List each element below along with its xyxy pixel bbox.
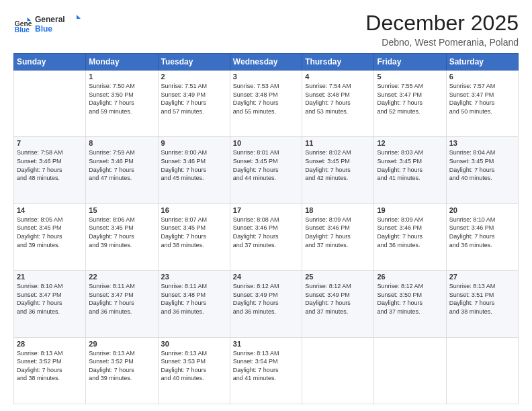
day-info: Sunrise: 8:08 AMSunset: 3:46 PMDaylight:… [233,216,299,249]
day-number: 19 [377,206,443,214]
title-block: December 2025 Debno, West Pomerania, Pol… [365,11,519,48]
svg-marker-5 [77,15,81,19]
day-number: 30 [161,340,227,348]
day-info: Sunrise: 8:04 AMSunset: 3:45 PMDaylight:… [449,148,515,182]
day-number: 24 [233,273,299,281]
day-number: 13 [449,139,515,147]
day-number: 28 [17,340,83,348]
calendar-cell: 1Sunrise: 7:50 AMSunset: 3:50 PMDaylight… [86,71,158,137]
calendar-cell: 8Sunrise: 7:59 AMSunset: 3:46 PMDaylight… [86,137,158,203]
calendar-cell: 3Sunrise: 7:53 AMSunset: 3:48 PMDaylight… [230,71,302,137]
calendar-header-row: Sunday Monday Tuesday Wednesday Thursday… [14,54,519,71]
calendar-cell: 15Sunrise: 8:06 AMSunset: 3:45 PMDayligh… [86,203,158,270]
day-number: 25 [305,273,371,281]
page: General Blue General Blue December 2025 … [0,0,532,411]
svg-marker-2 [28,17,32,21]
day-number: 4 [305,73,371,81]
calendar-cell: 4Sunrise: 7:54 AMSunset: 3:48 PMDaylight… [302,71,374,137]
calendar-cell: 18Sunrise: 8:09 AMSunset: 3:46 PMDayligh… [302,203,374,270]
calendar-cell: 9Sunrise: 8:00 AMSunset: 3:46 PMDaylight… [158,137,230,203]
day-info: Sunrise: 8:11 AMSunset: 3:48 PMDaylight:… [161,282,227,316]
calendar-cell: 22Sunrise: 8:11 AMSunset: 3:47 PMDayligh… [86,271,158,337]
day-number: 7 [17,139,83,147]
day-info: Sunrise: 8:11 AMSunset: 3:47 PMDaylight:… [89,282,154,316]
day-info: Sunrise: 7:51 AMSunset: 3:49 PMDaylight:… [161,82,227,116]
day-info: Sunrise: 8:13 AMSunset: 3:53 PMDaylight:… [161,349,227,383]
calendar-week-row: 14Sunrise: 8:05 AMSunset: 3:45 PMDayligh… [14,203,519,270]
col-monday: Monday [86,54,158,71]
day-info: Sunrise: 7:54 AMSunset: 3:48 PMDaylight:… [305,82,371,116]
calendar-cell: 16Sunrise: 8:07 AMSunset: 3:45 PMDayligh… [158,203,230,270]
day-info: Sunrise: 8:05 AMSunset: 3:45 PMDaylight:… [17,216,83,249]
day-number: 2 [161,73,227,81]
calendar-cell: 10Sunrise: 8:01 AMSunset: 3:45 PMDayligh… [230,137,302,203]
calendar-week-row: 21Sunrise: 8:10 AMSunset: 3:47 PMDayligh… [14,271,519,337]
day-number: 11 [305,139,371,147]
day-info: Sunrise: 8:13 AMSunset: 3:52 PMDaylight:… [89,349,154,383]
day-info: Sunrise: 8:01 AMSunset: 3:45 PMDaylight:… [233,148,299,182]
calendar-week-row: 7Sunrise: 7:58 AMSunset: 3:46 PMDaylight… [14,137,519,203]
logo: General Blue General Blue [13,13,82,35]
svg-text:Blue: Blue [35,24,52,34]
day-info: Sunrise: 7:53 AMSunset: 3:48 PMDaylight:… [233,82,299,116]
day-info: Sunrise: 8:02 AMSunset: 3:45 PMDaylight:… [305,148,371,182]
calendar-cell: 27Sunrise: 8:13 AMSunset: 3:51 PMDayligh… [446,271,518,337]
day-number: 29 [89,340,154,348]
day-number: 6 [449,73,515,81]
day-number: 16 [161,206,227,214]
day-info: Sunrise: 8:12 AMSunset: 3:50 PMDaylight:… [377,282,443,316]
day-info: Sunrise: 8:13 AMSunset: 3:51 PMDaylight:… [449,282,515,316]
calendar-cell [374,337,446,404]
day-info: Sunrise: 8:09 AMSunset: 3:46 PMDaylight:… [377,216,443,249]
day-number: 27 [449,273,515,281]
calendar-cell [302,337,374,404]
logo-icon: General Blue [13,15,32,34]
day-number: 10 [233,139,299,147]
col-saturday: Saturday [446,54,518,71]
calendar-cell: 12Sunrise: 8:03 AMSunset: 3:45 PMDayligh… [374,137,446,203]
day-number: 15 [89,206,154,214]
day-number: 18 [305,206,371,214]
day-info: Sunrise: 7:55 AMSunset: 3:47 PMDaylight:… [377,82,443,116]
calendar-cell: 30Sunrise: 8:13 AMSunset: 3:53 PMDayligh… [158,337,230,404]
calendar-cell: 19Sunrise: 8:09 AMSunset: 3:46 PMDayligh… [374,203,446,270]
day-info: Sunrise: 8:09 AMSunset: 3:46 PMDaylight:… [305,216,371,249]
calendar-cell: 21Sunrise: 8:10 AMSunset: 3:47 PMDayligh… [14,271,86,337]
calendar-cell: 28Sunrise: 8:13 AMSunset: 3:52 PMDayligh… [14,337,86,404]
calendar-cell: 14Sunrise: 8:05 AMSunset: 3:45 PMDayligh… [14,203,86,270]
day-number: 9 [161,139,227,147]
day-info: Sunrise: 8:10 AMSunset: 3:47 PMDaylight:… [17,282,83,316]
day-info: Sunrise: 8:12 AMSunset: 3:49 PMDaylight:… [233,282,299,316]
day-info: Sunrise: 8:00 AMSunset: 3:46 PMDaylight:… [161,148,227,182]
calendar-cell: 24Sunrise: 8:12 AMSunset: 3:49 PMDayligh… [230,271,302,337]
calendar-week-row: 28Sunrise: 8:13 AMSunset: 3:52 PMDayligh… [14,337,519,404]
day-info: Sunrise: 8:10 AMSunset: 3:46 PMDaylight:… [449,216,515,249]
calendar-cell: 23Sunrise: 8:11 AMSunset: 3:48 PMDayligh… [158,271,230,337]
calendar-cell: 20Sunrise: 8:10 AMSunset: 3:46 PMDayligh… [446,203,518,270]
calendar-table: Sunday Monday Tuesday Wednesday Thursday… [13,53,519,404]
calendar-cell: 13Sunrise: 8:04 AMSunset: 3:45 PMDayligh… [446,137,518,203]
calendar-cell: 25Sunrise: 8:12 AMSunset: 3:49 PMDayligh… [302,271,374,337]
calendar-week-row: 1Sunrise: 7:50 AMSunset: 3:50 PMDaylight… [14,71,519,137]
day-info: Sunrise: 8:12 AMSunset: 3:49 PMDaylight:… [305,282,371,316]
day-number: 5 [377,73,443,81]
header: General Blue General Blue December 2025 … [13,11,519,48]
day-info: Sunrise: 7:59 AMSunset: 3:46 PMDaylight:… [89,148,154,182]
calendar-cell [446,337,518,404]
col-tuesday: Tuesday [158,54,230,71]
page-subtitle: Debno, West Pomerania, Poland [365,37,519,48]
day-number: 3 [233,73,299,81]
col-friday: Friday [374,54,446,71]
day-number: 20 [449,206,515,214]
col-wednesday: Wednesday [230,54,302,71]
day-number: 31 [233,340,299,348]
day-info: Sunrise: 7:50 AMSunset: 3:50 PMDaylight:… [89,82,154,116]
calendar-cell: 26Sunrise: 8:12 AMSunset: 3:50 PMDayligh… [374,271,446,337]
calendar-cell: 5Sunrise: 7:55 AMSunset: 3:47 PMDaylight… [374,71,446,137]
calendar-cell: 17Sunrise: 8:08 AMSunset: 3:46 PMDayligh… [230,203,302,270]
day-info: Sunrise: 8:03 AMSunset: 3:45 PMDaylight:… [377,148,443,182]
day-number: 17 [233,206,299,214]
day-info: Sunrise: 7:58 AMSunset: 3:46 PMDaylight:… [17,148,83,182]
day-number: 22 [89,273,154,281]
day-number: 12 [377,139,443,147]
